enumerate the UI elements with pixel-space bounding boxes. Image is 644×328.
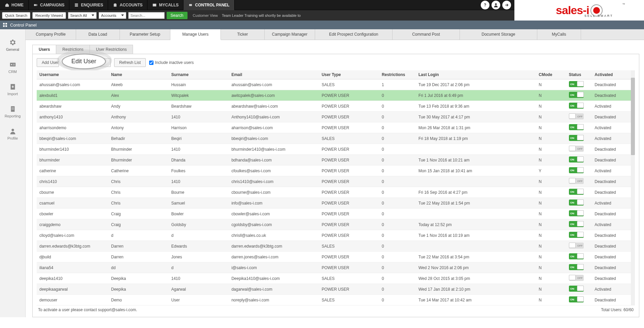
table-row[interactable]: chris1410Chris1410chris1410@sales-i.comP… [37, 176, 635, 187]
status-toggle[interactable]: ON [569, 103, 584, 109]
logout-button[interactable] [502, 1, 511, 9]
svg-rect-22 [11, 108, 14, 109]
breadcrumb-label: Control Panel [10, 23, 37, 28]
help-button[interactable]: ? [481, 1, 489, 9]
table-row[interactable]: deepikaagarwalDeepikaAgarwaldagarwal@sal… [37, 284, 635, 295]
recently-viewed-button[interactable]: Recently Viewed [32, 12, 66, 19]
table-row[interactable]: darren.edwards@k3btg.comDarrenEdwardsdar… [37, 241, 635, 252]
status-toggle[interactable]: ON [569, 264, 584, 270]
table-row[interactable]: djbuildDarrenJonesdarren.jones@sales-i.c… [37, 252, 635, 262]
tab-command-post[interactable]: Command Post [393, 29, 460, 40]
accounts-dropdown[interactable]: Accounts [99, 12, 126, 19]
table-row[interactable]: bbeqiri@sales-i.comBehadirBeqiribbeqiri@… [37, 133, 635, 144]
status-toggle[interactable]: ON [569, 92, 584, 98]
table-row[interactable]: bhurminder1410Bhurminder1410bhurminder14… [37, 144, 635, 155]
nav-accounts[interactable]: ACCOUNTS [108, 0, 147, 10]
table-row[interactable]: deepika1410Deepika1410Deepika1410@sales-… [37, 273, 635, 284]
status-toggle[interactable]: ON [569, 81, 584, 87]
tab-company-profile[interactable]: Company Profile [26, 29, 76, 40]
col-header-activated[interactable]: Activated [592, 70, 635, 79]
col-header-user-type[interactable]: User Type [319, 70, 379, 79]
table-row[interactable]: cbowlerCraigBowlercbowler@sales-i.comPOW… [37, 209, 635, 219]
nav-mycalls[interactable]: MYCALLS [147, 0, 183, 10]
tab-manage-users[interactable]: Manage Users [170, 29, 221, 40]
status-toggle[interactable]: OFF [569, 178, 584, 184]
subtab-restrictions[interactable]: Restrictions [56, 45, 90, 54]
nav-control-panel[interactable]: CONTROL PANEL [183, 0, 234, 10]
status-toggle[interactable]: OFF [569, 243, 584, 249]
table-row[interactable]: anthony1410Anthony1410Anthony1410@sales-… [37, 112, 635, 122]
col-header-surname[interactable]: Surname [169, 70, 229, 79]
table-row[interactable]: iliana54dddi@sales-i.comPOWER USER0Wed 2… [37, 262, 635, 273]
col-header-username[interactable]: Username [37, 70, 108, 79]
table-row[interactable]: alexbuild1AlexWitcpalekawitcpalek@sales-… [37, 90, 635, 101]
table-row[interactable]: ahussain@sales-i.comAkeebHussainahussain… [37, 79, 635, 90]
status-toggle[interactable]: ON [569, 232, 584, 238]
users-table: UsernameNameSurnameEmailUser TypeRestric… [37, 70, 635, 305]
status-toggle[interactable]: OFF [569, 146, 584, 152]
search-button[interactable]: Search [167, 12, 188, 19]
status-toggle[interactable]: ON [569, 296, 584, 302]
user-icon [493, 2, 499, 8]
tab-edit-prospect-configuration[interactable]: Edit Prospect Configuration [315, 29, 393, 40]
sidebar-item-crm[interactable]: CRM [0, 56, 25, 78]
tab-mycalls[interactable]: MyCalls [537, 29, 581, 40]
sidebar-item-import[interactable]: Import [0, 78, 25, 101]
tab-campaign-manager[interactable]: Campaign Manager [265, 29, 315, 40]
table-row[interactable]: craiggdemoCraigGoldsbycgoldsby@sales-i.c… [37, 219, 635, 230]
scrollbar[interactable] [631, 70, 635, 305]
customer-view-link[interactable]: Customer View [193, 13, 218, 17]
table-row[interactable]: catherineCatherineFoulkescfoulkes@sales-… [37, 166, 635, 176]
tab-parameter-setup[interactable]: Parameter Setup [120, 29, 170, 40]
search-input[interactable] [128, 12, 165, 19]
status-toggle[interactable]: ON [569, 286, 584, 292]
status-toggle[interactable]: ON [569, 135, 584, 141]
svg-rect-5 [153, 4, 157, 6]
table-row[interactable]: csamuelChrisSamuelinfo@sales-i.comPOWER … [37, 198, 635, 209]
col-header-cmode[interactable]: CMode [536, 70, 566, 79]
status-toggle[interactable]: ON [569, 156, 584, 162]
status-toggle[interactable]: OFF [569, 275, 584, 281]
sidebar-item-reporting[interactable]: Reporting [0, 101, 25, 123]
col-header-status[interactable]: Status [566, 70, 592, 79]
col-header-email[interactable]: Email [229, 70, 319, 79]
svg-rect-20 [11, 106, 14, 112]
col-header-name[interactable]: Name [108, 70, 169, 79]
tab-data-load[interactable]: Data Load [76, 29, 120, 40]
table-row[interactable]: abeardshawAndyBeardshawabeardshaw@sales-… [37, 101, 635, 112]
status-toggle[interactable]: ON [569, 210, 584, 216]
refresh-list-button[interactable]: Refresh List [114, 58, 146, 67]
include-inactive-checkbox[interactable]: Include inactive users [149, 60, 194, 65]
sidebar-item-profile[interactable]: Profile [0, 123, 25, 145]
subtab-user-restrictions[interactable]: User Restrictions [90, 45, 133, 54]
status-toggle[interactable]: ON [569, 124, 584, 130]
tab-ticker[interactable]: Ticker [221, 29, 265, 40]
breadcrumb: Control Panel [0, 21, 644, 29]
table-row[interactable]: demouserDemoUsernoreply@sales-i.comSALES… [37, 295, 635, 305]
svg-rect-3 [75, 5, 78, 5]
nav-enquiries[interactable]: ENQUIRIES [69, 0, 108, 10]
tab-document-storage[interactable]: Document Storage [460, 29, 537, 40]
status-toggle[interactable]: ON [569, 199, 584, 206]
import-icon [9, 83, 16, 90]
svg-point-1 [35, 4, 37, 6]
table-row[interactable]: bhurminderBhurminderDhandabdhanda@sales-… [37, 155, 635, 166]
sidebar-item-general[interactable]: General [0, 34, 25, 56]
search-all-dropdown[interactable]: Search All [68, 12, 97, 19]
col-header-last-login[interactable]: Last Login [416, 70, 536, 79]
nav-campaigns[interactable]: CAMPAIGNS [29, 0, 69, 10]
profile-button[interactable] [492, 1, 500, 9]
table-row[interactable]: aharrisondemoAntonyHarrisonaharrison@sal… [37, 122, 635, 133]
status-toggle[interactable]: ON [569, 167, 584, 173]
add-user-button[interactable]: Add User [37, 58, 59, 67]
status-toggle[interactable]: ON [569, 253, 584, 259]
status-toggle[interactable]: OFF [569, 113, 584, 119]
status-toggle[interactable]: ON [569, 189, 584, 195]
table-row[interactable]: cbourneChrisBournecbourne@sales-i.comPOW… [37, 187, 635, 198]
status-toggle[interactable]: ON [569, 221, 584, 227]
col-header-restrictions[interactable]: Restrictions [379, 70, 416, 79]
table-row[interactable]: clloyd@sales-i.comddchrisll@sales.co.ukP… [37, 230, 635, 241]
quick-search-button[interactable]: Quick Search [2, 12, 30, 19]
nav-home[interactable]: HOME [0, 0, 29, 10]
subtab-users[interactable]: Users [32, 45, 56, 54]
